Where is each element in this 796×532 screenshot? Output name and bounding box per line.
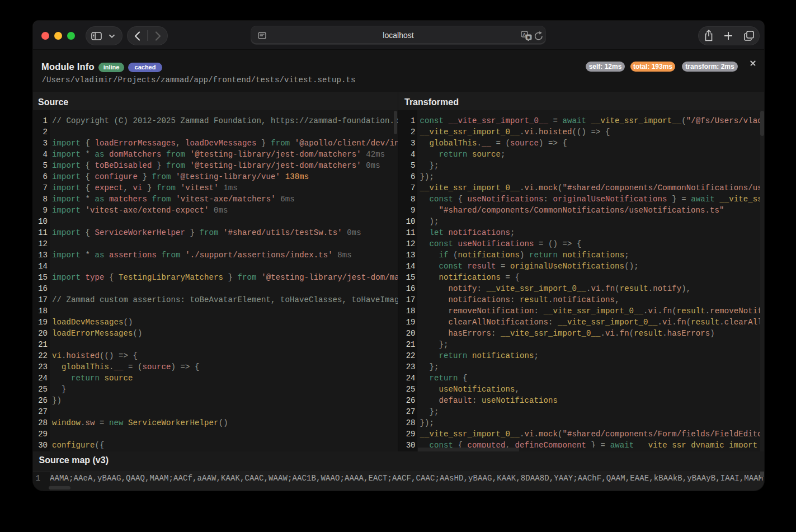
svg-text:✱: ✱: [527, 35, 531, 40]
